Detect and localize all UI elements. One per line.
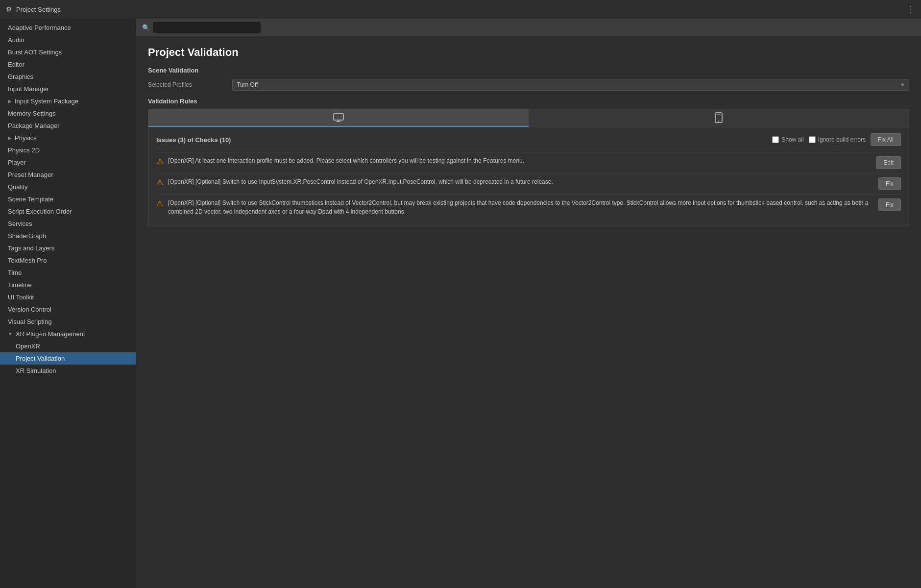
issue-item-issue-1: ⚠[OpenXR] At least one interaction profi… bbox=[156, 152, 901, 173]
edit-button-issue-1[interactable]: Edit bbox=[876, 156, 901, 169]
expand-icon-physics: ▶ bbox=[8, 135, 12, 141]
sidebar-label-package-manager: Package Manager bbox=[8, 122, 60, 129]
sidebar-label-project-validation: Project Validation bbox=[16, 355, 65, 362]
search-bar: 🔍 bbox=[136, 19, 921, 36]
issues-panel: Issues (3) of Checks (10) Show all Ignor… bbox=[148, 127, 909, 226]
selected-profiles-label: Selected Profiles bbox=[148, 81, 226, 88]
sidebar-item-scene-template[interactable]: Scene Template bbox=[0, 193, 136, 205]
sidebar-item-package-manager[interactable]: Package Manager bbox=[0, 120, 136, 132]
sidebar-label-time: Time bbox=[8, 269, 22, 276]
platform-tabs bbox=[148, 109, 909, 127]
svg-point-4 bbox=[718, 121, 719, 122]
expand-icon-xr-plug-in-management: ▼ bbox=[8, 331, 13, 337]
sidebar-item-player[interactable]: Player bbox=[0, 156, 136, 169]
sidebar-item-input-manager[interactable]: Input Manager bbox=[0, 83, 136, 95]
sidebar-label-input-manager: Input Manager bbox=[8, 85, 49, 93]
sidebar-label-audio: Audio bbox=[8, 36, 24, 44]
sidebar-label-physics-2d: Physics 2D bbox=[8, 147, 40, 154]
main-layout: Adaptive PerformanceAudioBurst AOT Setti… bbox=[0, 19, 921, 588]
gear-icon: ⚙ bbox=[6, 5, 12, 13]
sidebar-item-editor[interactable]: Editor bbox=[0, 58, 136, 71]
sidebar-label-graphics: Graphics bbox=[8, 73, 33, 80]
fix-all-button[interactable]: Fix All bbox=[871, 133, 901, 146]
content-area: 🔍 Project Validation Scene Validation Se… bbox=[136, 19, 921, 588]
sidebar-label-adaptive-performance: Adaptive Performance bbox=[8, 24, 71, 31]
profile-dropdown[interactable]: Turn OffDefaultCustom bbox=[232, 79, 909, 91]
sidebar-label-xr-simulation: XR Simulation bbox=[16, 367, 56, 374]
ignore-build-errors-checkbox[interactable] bbox=[809, 136, 816, 143]
sidebar-label-scene-template: Scene Template bbox=[8, 196, 53, 203]
sidebar-item-memory-settings[interactable]: Memory Settings bbox=[0, 107, 136, 120]
sidebar-label-xr-plug-in-management: XR Plug-in Management bbox=[16, 330, 85, 338]
warning-icon-issue-2: ⚠ bbox=[156, 178, 163, 187]
platform-tab-android[interactable] bbox=[529, 109, 909, 127]
profile-dropdown-wrapper: Turn OffDefaultCustom ▼ bbox=[232, 79, 909, 91]
sidebar-label-tags-and-layers: Tags and Layers bbox=[8, 245, 54, 252]
sidebar-item-graphics[interactable]: Graphics bbox=[0, 71, 136, 83]
fix-button-issue-3[interactable]: Fix bbox=[878, 198, 901, 211]
sidebar-item-project-validation[interactable]: Project Validation bbox=[0, 352, 136, 365]
expand-icon-input-system-package: ▶ bbox=[8, 98, 12, 104]
sidebar-item-shadergraph[interactable]: ShaderGraph bbox=[0, 230, 136, 242]
sidebar-item-xr-simulation[interactable]: XR Simulation bbox=[0, 365, 136, 377]
issue-item-issue-3: ⚠[OpenXR] [Optional] Switch to use Stick… bbox=[156, 194, 901, 220]
sidebar-label-visual-scripting: Visual Scripting bbox=[8, 318, 51, 325]
sidebar-item-textmesh-pro[interactable]: TextMesh Pro bbox=[0, 254, 136, 267]
title-bar-menu-icon[interactable]: ⋮ bbox=[906, 4, 915, 15]
fix-button-issue-2[interactable]: Fix bbox=[878, 177, 901, 190]
sidebar-item-audio[interactable]: Audio bbox=[0, 34, 136, 46]
ignore-build-errors-label: Ignore build errors bbox=[818, 136, 866, 143]
sidebar-item-adaptive-performance[interactable]: Adaptive Performance bbox=[0, 22, 136, 34]
ignore-build-errors-group: Ignore build errors bbox=[809, 136, 866, 143]
title-bar-left: ⚙ Project Settings bbox=[6, 5, 61, 13]
warning-icon-issue-1: ⚠ bbox=[156, 157, 163, 166]
sidebar-label-ui-toolkit: UI Toolkit bbox=[8, 294, 34, 301]
show-all-group: Show all bbox=[772, 136, 803, 143]
sidebar-item-timeline[interactable]: Timeline bbox=[0, 279, 136, 291]
sidebar-item-ui-toolkit[interactable]: UI Toolkit bbox=[0, 291, 136, 303]
sidebar-item-physics-2d[interactable]: Physics 2D bbox=[0, 144, 136, 156]
sidebar-label-script-execution-order: Script Execution Order bbox=[8, 208, 72, 215]
sidebar-label-preset-manager: Preset Manager bbox=[8, 171, 53, 178]
issues-header: Issues (3) of Checks (10) Show all Ignor… bbox=[156, 133, 901, 146]
sidebar-label-input-system-package: Input System Package bbox=[15, 98, 78, 105]
page-title: Project Validation bbox=[148, 46, 909, 59]
validation-rules-title: Validation Rules bbox=[148, 98, 909, 105]
sidebar-label-quality: Quality bbox=[8, 183, 27, 191]
sidebar-item-preset-manager[interactable]: Preset Manager bbox=[0, 169, 136, 181]
sidebar-item-script-execution-order[interactable]: Script Execution Order bbox=[0, 205, 136, 218]
sidebar-item-visual-scripting[interactable]: Visual Scripting bbox=[0, 316, 136, 328]
sidebar-label-services: Services bbox=[8, 220, 32, 227]
platform-tab-desktop[interactable] bbox=[148, 109, 529, 127]
sidebar-label-physics: Physics bbox=[15, 134, 37, 142]
window-title: Project Settings bbox=[16, 6, 61, 13]
sidebar-label-burst-aot-settings: Burst AOT Settings bbox=[8, 49, 62, 56]
sidebar-item-openxr[interactable]: OpenXR bbox=[0, 340, 136, 352]
content-body: Project Validation Scene Validation Sele… bbox=[136, 36, 921, 588]
search-input[interactable] bbox=[153, 22, 261, 33]
issues-list: ⚠[OpenXR] At least one interaction profi… bbox=[156, 152, 901, 220]
sidebar-item-physics[interactable]: ▶Physics bbox=[0, 132, 136, 144]
show-all-checkbox[interactable] bbox=[772, 136, 779, 143]
sidebar-item-input-system-package[interactable]: ▶Input System Package bbox=[0, 95, 136, 107]
issue-text-issue-3: [OpenXR] [Optional] Switch to use StickC… bbox=[168, 198, 873, 216]
scene-validation-title: Scene Validation bbox=[148, 67, 909, 74]
sidebar-item-time[interactable]: Time bbox=[0, 267, 136, 279]
sidebar-item-quality[interactable]: Quality bbox=[0, 181, 136, 193]
sidebar-label-version-control: Version Control bbox=[8, 306, 51, 313]
sidebar-item-tags-and-layers[interactable]: Tags and Layers bbox=[0, 242, 136, 254]
sidebar-label-editor: Editor bbox=[8, 61, 24, 68]
issue-text-issue-1: [OpenXR] At least one interaction profil… bbox=[168, 156, 871, 165]
svg-rect-0 bbox=[334, 114, 343, 120]
issue-text-issue-2: [OpenXR] [Optional] Switch to use InputS… bbox=[168, 177, 873, 186]
sidebar-item-xr-plug-in-management[interactable]: ▼XR Plug-in Management bbox=[0, 328, 136, 340]
show-all-label: Show all bbox=[781, 136, 803, 143]
issues-title: Issues (3) of Checks (10) bbox=[156, 136, 767, 144]
sidebar-item-services[interactable]: Services bbox=[0, 218, 136, 230]
sidebar-item-version-control[interactable]: Version Control bbox=[0, 303, 136, 316]
selected-profiles-row: Selected Profiles Turn OffDefaultCustom … bbox=[148, 79, 909, 91]
sidebar-label-openxr: OpenXR bbox=[16, 343, 40, 350]
search-icon: 🔍 bbox=[142, 24, 150, 31]
sidebar-item-burst-aot-settings[interactable]: Burst AOT Settings bbox=[0, 46, 136, 58]
issue-item-issue-2: ⚠[OpenXR] [Optional] Switch to use Input… bbox=[156, 173, 901, 194]
